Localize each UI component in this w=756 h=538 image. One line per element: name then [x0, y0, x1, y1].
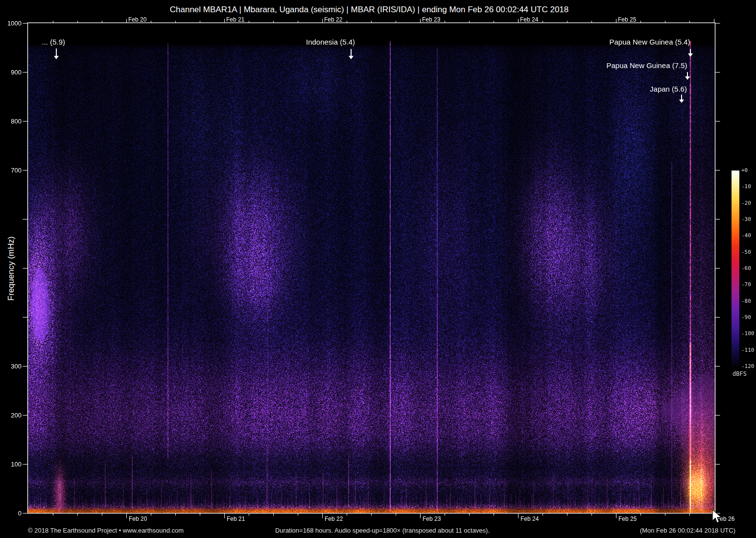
y-tick-label: 0	[18, 510, 22, 517]
annotation-arrow-stem	[56, 49, 57, 56]
y-tick-label: 300	[11, 363, 22, 370]
annotation-arrow-head	[349, 56, 354, 59]
page-title: Channel MBAR1A | Mbarara, Uganda (seismi…	[170, 5, 569, 15]
y-axis-title: Frequency (mHz)	[6, 229, 16, 308]
annotation-arrow-stem	[351, 49, 352, 56]
colorbar-tick-label: -40	[741, 232, 751, 239]
y-tick-label: 800	[11, 118, 22, 125]
y-tick-label: 900	[11, 69, 22, 76]
y-tick-label: 700	[11, 167, 22, 174]
x-tick-label-top: Feb 24	[520, 16, 539, 23]
x-tick-label-bottom: Feb 21	[227, 515, 245, 522]
colorbar-tick-label: -80	[741, 298, 751, 304]
annotation-arrow-head	[54, 56, 59, 59]
footer-endtime: (Mon Feb 26 00:02:44 2018 UTC)	[640, 527, 735, 534]
colorbar-unit-label: dBFS	[732, 370, 747, 377]
annotation-label: Papua New Guinea (5.4)	[609, 37, 690, 47]
footer-copyright: © 2018 The Earthsound Project • www.eart…	[28, 527, 184, 534]
annotation-arrow-head	[685, 76, 690, 80]
x-tick-label-bottom: Feb 20	[129, 515, 147, 522]
colorbar-strip	[732, 171, 739, 367]
annotation-label: Indonesia (5.4)	[306, 37, 355, 47]
spectrogram-canvas	[28, 23, 715, 513]
y-tick-label: 100	[11, 461, 22, 468]
annotation-label: ... (5.9)	[42, 37, 65, 47]
x-tick-label-top: Feb 23	[422, 16, 441, 23]
colorbar-tick-label: -100	[741, 330, 755, 337]
colorbar-tick-label: -90	[741, 314, 751, 320]
colorbar-tick-label: -50	[741, 249, 751, 255]
x-tick-label-bottom: Feb 25	[618, 515, 637, 522]
colorbar-tick-label: -10	[741, 183, 751, 190]
colorbar-tick-label: -60	[741, 265, 751, 271]
x-tick-label-bottom: Feb 22	[325, 515, 343, 522]
x-tick-label-top: Feb 21	[226, 16, 245, 23]
spectrogram-page: Channel MBAR1A | Mbarara, Uganda (seismi…	[0, 0, 756, 538]
colorbar-tick-label: +0	[741, 167, 748, 173]
x-tick-label-top: Feb 25	[618, 16, 637, 23]
x-tick-label-top: Feb 20	[128, 16, 147, 23]
x-tick-label-bottom: Feb 23	[423, 515, 441, 522]
colorbar-tick-label: -70	[741, 281, 751, 288]
colorbar-tick-label: -110	[741, 347, 755, 353]
annotation-label: Papua New Guinea (7.5)	[606, 61, 687, 71]
annotation-arrow-head	[679, 99, 684, 103]
y-tick-label: 1000	[7, 20, 22, 27]
annotation-arrow-head	[688, 53, 693, 57]
colorbar-tick-label: -20	[741, 200, 751, 206]
x-tick-label-top: Feb 22	[324, 16, 343, 23]
colorbar-tick-label: -30	[741, 216, 751, 222]
colorbar-tick-label: -120	[741, 363, 755, 369]
mouse-cursor-icon	[711, 510, 723, 523]
x-tick-label-bottom: Feb 24	[520, 515, 539, 522]
footer-duration: Duration=168 hours. Audio speed-up=1800×…	[275, 527, 490, 534]
y-tick-label: 200	[11, 412, 22, 419]
annotation-label: Japan (5.6)	[650, 84, 687, 94]
